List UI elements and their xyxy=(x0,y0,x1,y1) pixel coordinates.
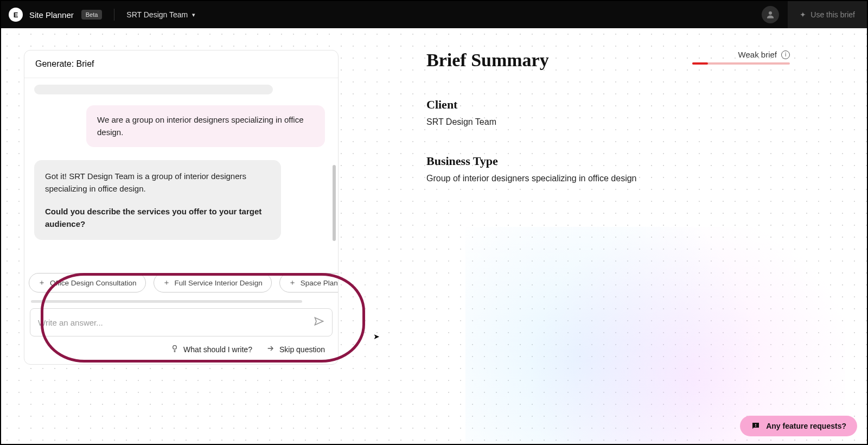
user-avatar[interactable] xyxy=(762,6,779,23)
strength-fill xyxy=(692,62,708,65)
assistant-followup: Could you describe the services you offe… xyxy=(45,205,270,231)
svg-rect-2 xyxy=(755,424,756,425)
sparkle-icon: ✦ xyxy=(800,10,806,19)
panel-footer: What should I write? Skip question xyxy=(24,336,338,364)
answer-input-row xyxy=(30,308,333,336)
svg-rect-3 xyxy=(755,426,756,427)
suggestion-chip-row: ＋ Office Design Consultation ＋ Full Serv… xyxy=(24,273,338,293)
client-heading: Client xyxy=(426,98,790,112)
chat-panel: Generate: Brief We are a group on interi… xyxy=(24,50,339,365)
assistant-text: Got it! SRT Design Team is a group of in… xyxy=(45,170,270,195)
plus-icon: ＋ xyxy=(289,278,296,288)
header-left: E Site Planner Beta SRT Design Team ▾ xyxy=(9,8,195,22)
feedback-icon xyxy=(751,421,761,431)
svg-point-1 xyxy=(173,346,177,349)
biztype-heading: Business Type xyxy=(426,154,790,168)
chip-label: Office Design Consultation xyxy=(50,279,137,287)
summary-client-section: Client SRT Design Team xyxy=(426,98,790,127)
panel-title: Generate: Brief xyxy=(24,50,338,78)
help-label: What should I write? xyxy=(183,345,252,354)
skip-label: Skip question xyxy=(279,345,325,354)
chip-label: Space Plan xyxy=(301,279,338,287)
lightbulb-icon xyxy=(170,344,179,354)
help-link[interactable]: What should I write? xyxy=(170,344,252,354)
suggestion-chip[interactable]: ＋ Space Plan xyxy=(279,273,338,293)
skip-link[interactable]: Skip question xyxy=(266,344,325,354)
chat-scrollbar[interactable] xyxy=(333,165,336,241)
strength-label-row: Weak brief i xyxy=(692,50,790,59)
beta-badge: Beta xyxy=(81,10,103,20)
main-canvas: Generate: Brief We are a group on interi… xyxy=(1,28,867,444)
info-icon[interactable]: i xyxy=(781,50,790,59)
header-divider xyxy=(114,9,114,21)
use-brief-label: Use this brief xyxy=(810,10,855,19)
brief-strength: Weak brief i xyxy=(692,50,790,65)
use-brief-button[interactable]: ✦ Use this brief xyxy=(788,1,867,28)
skip-icon xyxy=(266,344,275,354)
chip-row-scrollbar[interactable] xyxy=(31,300,302,303)
chip-label: Full Service Interior Design xyxy=(175,279,263,287)
assistant-message-clipped xyxy=(34,85,273,94)
svg-point-0 xyxy=(769,11,772,15)
cursor-icon: ➤ xyxy=(373,332,380,341)
user-message: We are a group on interior designers spe… xyxy=(86,105,325,147)
app-header: E Site Planner Beta SRT Design Team ▾ ✦ … xyxy=(1,1,867,28)
strength-bar xyxy=(692,62,790,65)
summary-title: Brief Summary xyxy=(426,50,549,71)
plus-icon: ＋ xyxy=(38,278,46,288)
summary-header-row: Brief Summary Weak brief i xyxy=(426,50,790,71)
summary-biztype-section: Business Type Group of interior designer… xyxy=(426,154,790,183)
client-value: SRT Design Team xyxy=(426,117,790,127)
person-icon xyxy=(765,10,775,20)
answer-input[interactable] xyxy=(38,318,314,327)
app-title: Site Planner xyxy=(29,10,74,20)
suggestion-chip[interactable]: ＋ Full Service Interior Design xyxy=(154,273,272,293)
send-icon[interactable] xyxy=(314,316,324,329)
team-selector[interactable]: SRT Design Team ▾ xyxy=(126,10,195,19)
brief-summary: Brief Summary Weak brief i Client SRT De… xyxy=(426,50,790,183)
biztype-value: Group of interior designers specializing… xyxy=(426,174,790,183)
chevron-down-icon: ▾ xyxy=(192,11,195,18)
suggestion-chip[interactable]: ＋ Office Design Consultation xyxy=(29,273,146,293)
feedback-label: Any feature requests? xyxy=(766,422,846,430)
strength-label: Weak brief xyxy=(738,50,777,59)
feedback-button[interactable]: Any feature requests? xyxy=(740,416,857,436)
assistant-message: Got it! SRT Design Team is a group of in… xyxy=(34,160,281,240)
team-name: SRT Design Team xyxy=(126,10,188,19)
app-logo[interactable]: E xyxy=(9,8,23,22)
plus-icon: ＋ xyxy=(163,278,170,288)
background-gradient xyxy=(465,227,845,444)
header-right: ✦ Use this brief xyxy=(762,1,859,28)
chat-body: We are a group on interior designers spe… xyxy=(24,78,338,265)
